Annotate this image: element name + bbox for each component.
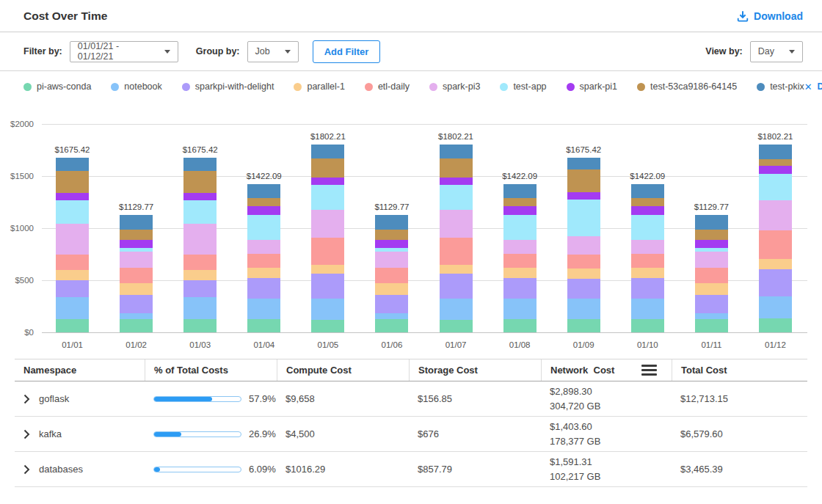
bar-segment[interactable] [183,171,217,193]
bar-segment[interactable] [567,279,600,299]
bar-segment[interactable] [631,319,664,332]
bar-segment[interactable] [695,240,728,248]
bar-segment[interactable] [311,185,344,209]
bar-segment[interactable] [183,270,217,280]
bar-segment[interactable] [56,270,89,280]
bar-group[interactable] [56,124,89,332]
bar-segment[interactable] [311,320,344,332]
bar-segment[interactable] [375,230,408,240]
bar-segment[interactable] [247,240,280,254]
bar-segment[interactable] [183,297,217,319]
bar-segment[interactable] [183,200,217,224]
bar-group[interactable] [695,124,728,332]
bar-group[interactable] [759,124,792,332]
bar-group[interactable] [503,124,537,332]
bar-segment[interactable] [759,174,792,200]
bar-segment[interactable] [375,252,408,268]
bar-segment[interactable] [311,158,344,178]
bar-segment[interactable] [695,319,728,332]
bar-segment[interactable] [503,278,537,299]
bar-segment[interactable] [183,158,217,170]
bar-segment[interactable] [567,169,600,192]
bar-segment[interactable] [183,280,217,297]
bar-segment[interactable] [440,238,473,265]
bar-segment[interactable] [120,252,153,268]
bar-segment[interactable] [567,200,600,236]
bar-segment[interactable] [631,198,664,205]
bar-segment[interactable] [759,159,792,166]
download-button[interactable]: Download [737,10,803,22]
view-by-select[interactable]: Day [750,41,803,62]
bar-group[interactable] [311,124,344,332]
legend-item[interactable]: etl-daily [365,81,410,92]
group-by-select[interactable]: Job [247,41,299,62]
bar-segment[interactable] [311,238,344,265]
bar-segment[interactable] [567,319,600,332]
bar-segment[interactable] [503,254,537,268]
bar-segment[interactable] [759,145,792,159]
bar-segment[interactable] [440,158,473,178]
legend-item[interactable]: parallel-1 [294,81,344,92]
legend-item[interactable]: test-app [500,81,546,92]
bar-segment[interactable] [503,240,537,254]
bar-segment[interactable] [56,280,89,297]
bar-segment[interactable] [695,295,728,313]
bar-segment[interactable] [631,240,664,254]
bar-segment[interactable] [440,145,473,158]
bar-segment[interactable] [183,319,217,332]
bar-segment[interactable] [440,274,473,299]
bar-segment[interactable] [247,198,280,205]
bar-segment[interactable] [695,252,728,268]
bar-segment[interactable] [759,200,792,230]
bar-segment[interactable] [567,299,600,319]
bar-segment[interactable] [440,265,473,274]
bar-group[interactable] [440,124,473,332]
bar-segment[interactable] [631,184,664,198]
bar-segment[interactable] [375,268,408,284]
bar-segment[interactable] [503,198,537,205]
bar-segment[interactable] [695,313,728,318]
bar-segment[interactable] [311,274,344,299]
bar-segment[interactable] [375,295,408,313]
bar-segment[interactable] [375,283,408,295]
bar-segment[interactable] [247,299,280,319]
legend-item[interactable]: sparkpi-with-delight [182,81,274,92]
bar-segment[interactable] [759,166,792,174]
bar-segment[interactable] [631,278,664,299]
bar-group[interactable] [183,124,217,332]
legend-item[interactable]: test-pkix [757,81,804,92]
bar-segment[interactable] [247,278,280,299]
bar-segment[interactable] [759,296,792,319]
bar-segment[interactable] [247,254,280,268]
bar-segment[interactable] [440,299,473,319]
bar-segment[interactable] [56,193,89,200]
date-range-select[interactable]: 01/01/21 - 01/12/21 [70,41,178,62]
bar-group[interactable] [247,124,280,332]
bar-segment[interactable] [183,193,217,200]
deselect-all-button[interactable]: ✕ Deselect All [804,81,822,92]
bar-segment[interactable] [503,319,537,332]
bar-segment[interactable] [503,299,537,319]
bar-segment[interactable] [247,184,280,198]
bar-group[interactable] [631,124,664,332]
bar-segment[interactable] [56,297,89,319]
bar-segment[interactable] [567,192,600,200]
bar-segment[interactable] [120,319,153,332]
legend-item[interactable]: pi-aws-conda [23,81,91,92]
bar-segment[interactable] [311,145,344,158]
expand-chevron-icon[interactable] [23,429,30,439]
bar-segment[interactable] [503,268,537,278]
bar-segment[interactable] [247,268,280,278]
bar-segment[interactable] [247,206,280,215]
bar-segment[interactable] [120,215,153,230]
legend-item[interactable]: spark-pi3 [429,81,480,92]
bar-segment[interactable] [567,236,600,254]
bar-segment[interactable] [695,215,728,230]
bar-segment[interactable] [120,268,153,284]
bar-segment[interactable] [56,171,89,193]
bar-segment[interactable] [631,206,664,215]
bar-segment[interactable] [120,230,153,240]
bar-segment[interactable] [120,295,153,313]
legend-item[interactable]: notebook [111,81,161,92]
bar-segment[interactable] [695,230,728,240]
